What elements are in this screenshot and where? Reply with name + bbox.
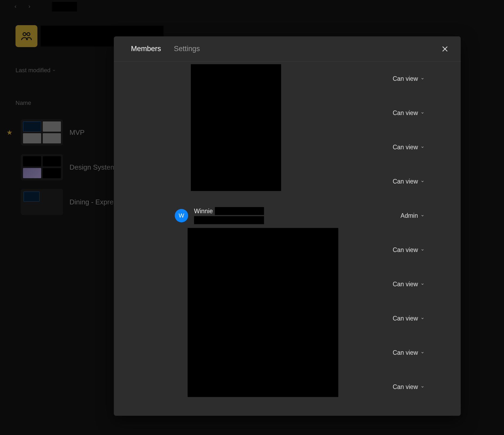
tab-settings[interactable]: Settings	[174, 45, 200, 53]
role-dropdown[interactable]: Can view	[393, 383, 424, 391]
tab-members[interactable]: Members	[131, 45, 161, 53]
role-label: Can view	[393, 109, 418, 117]
close-button[interactable]	[441, 45, 449, 53]
member-row: Can view	[130, 164, 445, 199]
role-label: Can view	[393, 383, 418, 391]
chevron-down-icon	[421, 282, 424, 286]
member-row: Can view	[130, 233, 445, 267]
chevron-down-icon	[421, 180, 424, 183]
role-label: Can view	[393, 75, 418, 82]
team-settings-modal: Members Settings Can view Can view Can v…	[114, 36, 461, 416]
member-row: Can view	[130, 62, 445, 96]
chevron-down-icon	[421, 385, 424, 389]
members-list: Can view Can view Can view Can view	[114, 62, 461, 416]
role-dropdown[interactable]: Can view	[393, 281, 424, 288]
modal-tabs: Members Settings	[114, 36, 461, 62]
member-row: Can view	[130, 96, 445, 130]
role-dropdown[interactable]: Can view	[393, 75, 424, 82]
role-label: Can view	[393, 178, 418, 185]
member-row: Can view	[130, 301, 445, 335]
chevron-down-icon	[421, 77, 424, 81]
role-dropdown[interactable]: Can view	[393, 178, 424, 185]
chevron-down-icon	[421, 145, 424, 149]
member-row: W Winnie Admin	[130, 199, 445, 233]
role-dropdown[interactable]: Can view	[393, 349, 424, 356]
chevron-down-icon	[421, 248, 424, 252]
chevron-down-icon	[421, 351, 424, 354]
role-dropdown[interactable]: Can view	[393, 144, 424, 151]
role-label: Can view	[393, 144, 418, 151]
redacted-surname	[215, 207, 264, 215]
avatar: W	[175, 209, 188, 222]
role-label: Can view	[393, 246, 418, 254]
role-label: Can view	[393, 349, 418, 356]
role-label: Can view	[393, 281, 418, 288]
member-row: Can view	[130, 335, 445, 370]
member-info: Winnie	[194, 207, 264, 224]
role-dropdown[interactable]: Can view	[393, 315, 424, 322]
chevron-down-icon	[421, 316, 424, 320]
member-row: Can view	[130, 370, 445, 404]
role-label: Admin	[401, 212, 418, 219]
member-name: Winnie	[194, 208, 213, 215]
chevron-down-icon	[421, 111, 424, 115]
role-label: Can view	[393, 315, 418, 322]
role-dropdown[interactable]: Can view	[393, 109, 424, 117]
role-dropdown[interactable]: Admin	[401, 212, 424, 219]
member-row: Can view	[130, 130, 445, 164]
member-row: Can view	[130, 267, 445, 301]
role-dropdown[interactable]: Can view	[393, 246, 424, 254]
chevron-down-icon	[421, 214, 424, 218]
redacted-email	[194, 216, 264, 224]
